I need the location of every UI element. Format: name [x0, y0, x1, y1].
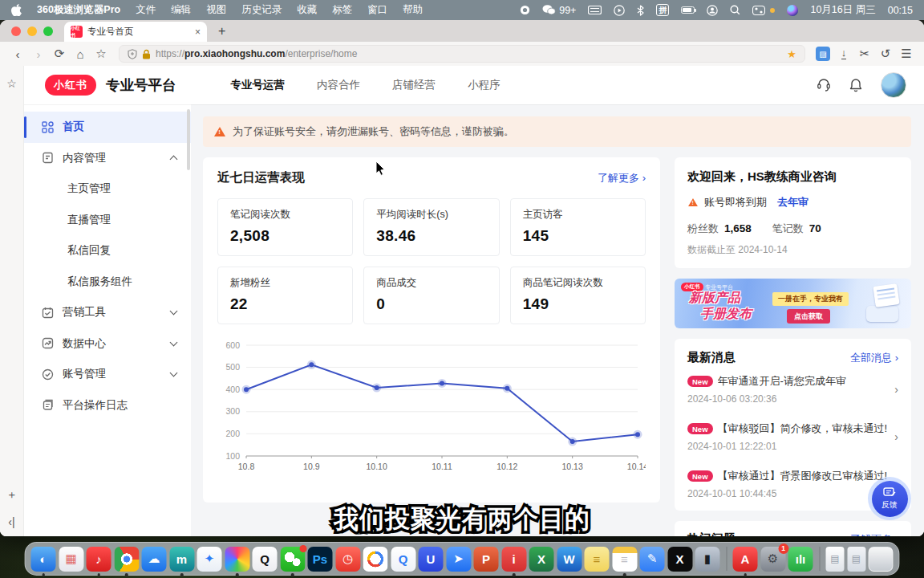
menu-bookmarks[interactable]: 收藏 — [297, 3, 317, 17]
dock-icon-launchpad[interactable]: ▦ — [59, 547, 83, 572]
all-messages-link[interactable]: 全部消息 › — [850, 351, 898, 365]
dock-icon-trash[interactable] — [869, 547, 894, 572]
bluetooth-icon[interactable] — [637, 5, 644, 16]
stat-product-deals[interactable]: 商品成交0 — [363, 267, 499, 324]
spotlight-search-icon[interactable] — [730, 5, 740, 15]
browser-menu-icon[interactable]: ☰ — [897, 44, 916, 63]
favorited-star-icon[interactable]: ★ — [787, 48, 796, 60]
customer-service-icon[interactable] — [817, 78, 831, 92]
sidebar-item-homepage-management[interactable]: 主页管理 — [24, 173, 191, 205]
user-avatar[interactable] — [881, 72, 906, 98]
reload-button[interactable]: ⟳ — [50, 44, 69, 63]
back-button[interactable]: ‹ — [8, 44, 27, 63]
menu-view[interactable]: 视图 — [206, 3, 226, 17]
stat-homepage-visitors[interactable]: 主页访客145 — [510, 198, 646, 256]
minimize-window-button[interactable] — [27, 26, 37, 36]
menu-date[interactable]: 10月16日 周三 — [810, 3, 875, 17]
menu-edit[interactable]: 编辑 — [171, 3, 191, 17]
sidebar-item-platform-log[interactable]: 平台操作日志 — [24, 390, 191, 421]
notification-bell-icon[interactable] — [849, 78, 863, 92]
dock-icon-wing-app[interactable]: ➤ — [446, 547, 471, 572]
dock-icon-maxthon[interactable]: m — [169, 547, 194, 572]
new-tab-button[interactable]: + — [218, 24, 225, 39]
dock-icon-clock-app[interactable]: ◷ — [335, 547, 360, 572]
dock-icon-minimized-window-1[interactable]: ▤ — [826, 547, 845, 572]
dock-icon-word[interactable]: W — [557, 547, 582, 572]
extension-icon[interactable]: ▨ — [813, 44, 833, 63]
favorites-star-icon[interactable]: ☆ — [6, 77, 17, 90]
dock-icon-wechat[interactable] — [280, 547, 305, 572]
dock-icon-iphone-mirroring[interactable]: ▮ — [695, 547, 720, 572]
dock-icon-app-a[interactable]: A — [733, 547, 758, 572]
dock-icon-netease-music[interactable]: ♪ — [87, 547, 111, 572]
screenshot-scissors-icon[interactable]: ✂ — [855, 44, 874, 63]
dock-icon-notes[interactable]: ≡ — [612, 547, 637, 572]
nav-account-operation[interactable]: 专业号运营 — [231, 78, 286, 92]
dock-icon-u-app[interactable]: U — [419, 547, 444, 572]
banner-cta-button[interactable]: 点击获取 — [787, 309, 830, 324]
sidebar-item-data-center[interactable]: 数据中心 — [24, 328, 191, 360]
dock-icon-safari[interactable]: ✦ — [197, 547, 222, 572]
siri-icon[interactable] — [787, 5, 798, 16]
sidebar-item-content-management[interactable]: 内容管理 — [24, 143, 191, 174]
menu-app-name[interactable]: 360极速浏览器Pro — [37, 3, 120, 17]
sidebar-item-marketing-tools[interactable]: 营销工具 — [24, 297, 191, 328]
nav-shop-management[interactable]: 店铺经营 — [392, 78, 436, 92]
home-button[interactable]: ⌂ — [71, 44, 90, 63]
download-icon[interactable]: ↓ — [834, 44, 853, 63]
play-status-icon[interactable] — [614, 5, 625, 16]
nav-mini-program[interactable]: 小程序 — [468, 78, 500, 92]
dock-icon-excel[interactable]: X — [529, 547, 554, 572]
stat-avg-read-time[interactable]: 平均阅读时长(s)38.46 — [363, 198, 499, 256]
dock-icon-qq[interactable]: Q — [253, 547, 278, 572]
message-item[interactable]: New【审核通过】背景图修改已审核通过!2024-10-01 10:44:45 … — [687, 460, 898, 507]
menu-history[interactable]: 历史记录 — [241, 3, 282, 17]
learn-more-link[interactable]: 了解更多 › — [598, 171, 646, 185]
maximize-window-button[interactable] — [43, 26, 53, 36]
tab-close-icon[interactable]: × — [195, 26, 201, 38]
dock-icon-photoshop[interactable]: Ps — [308, 547, 333, 572]
promo-banner[interactable]: 小红书 专业号平台 新版产品 手册发布 一册在手，专业我有 点击获取 — [675, 279, 911, 328]
forward-button[interactable]: › — [29, 44, 48, 63]
renew-link[interactable]: 去年审 — [777, 195, 808, 210]
user-status-icon[interactable] — [707, 5, 718, 16]
dock-icon-stocks-app[interactable]: ılı — [788, 547, 813, 572]
add-panel-button[interactable]: ＋ — [6, 488, 18, 503]
undo-icon[interactable]: ↺ — [876, 44, 895, 63]
bookmark-star-button[interactable]: ☆ — [91, 44, 111, 63]
menu-file[interactable]: 文件 — [136, 3, 156, 17]
screen-record-icon[interactable] — [520, 5, 530, 15]
menu-help[interactable]: 帮助 — [403, 3, 423, 17]
address-bar[interactable]: https://pro.xiaohongshu.com/enterprise/h… — [119, 45, 805, 63]
sidebar-scrollbar[interactable] — [187, 109, 190, 170]
sidebar-item-home[interactable]: 首页 — [24, 112, 191, 143]
browser-tab[interactable]: 小红书 专业号首页 × — [64, 22, 207, 42]
control-center-icon[interactable] — [752, 6, 765, 15]
wechat-status-icon[interactable]: 99+ — [542, 5, 576, 16]
stat-note-reads[interactable]: 笔记阅读次数2,508 — [217, 198, 353, 256]
dock-icon-person-app[interactable]: i — [501, 547, 526, 572]
dock-icon-browser-360[interactable] — [225, 547, 249, 572]
apple-logo-icon[interactable] — [11, 4, 22, 16]
dock-icon-chat-app[interactable]: Q — [391, 547, 415, 572]
close-window-button[interactable] — [11, 26, 21, 36]
keyboard-icon[interactable] — [588, 6, 602, 14]
sidebar-item-account-management[interactable]: 账号管理 — [24, 359, 191, 390]
line-chart[interactable]: 10020030040050060010.810.910.1010.1110.1… — [217, 337, 646, 475]
shield-icon[interactable] — [128, 49, 137, 59]
dock-icon-capcut[interactable]: X — [667, 547, 692, 572]
battery-icon[interactable] — [681, 6, 695, 14]
sidebar-item-dm-service-component[interactable]: 私信服务组件 — [24, 267, 191, 298]
dock-icon-system-settings[interactable]: ⚙1 — [760, 547, 785, 572]
xiaohongshu-logo[interactable]: 小红书 — [45, 75, 96, 96]
message-item[interactable]: New【审核驳回】简介修改，审核未通过!2024-10-01 12:22:01 … — [687, 413, 898, 460]
nav-content-cooperation[interactable]: 内容合作 — [317, 78, 360, 92]
dock-icon-minimized-window-2[interactable]: ▤ — [847, 547, 865, 572]
input-method-icon[interactable]: 拼 — [656, 4, 669, 16]
dock-icon-pencil-app[interactable]: ✎ — [640, 547, 665, 572]
menu-window[interactable]: 窗口 — [367, 3, 387, 17]
dock-icon-chrome[interactable] — [114, 547, 139, 572]
stat-new-followers[interactable]: 新增粉丝22 — [217, 267, 353, 324]
stat-product-note-reads[interactable]: 商品笔记阅读次数149 — [510, 267, 646, 324]
dock-icon-rings-app[interactable] — [363, 547, 388, 572]
